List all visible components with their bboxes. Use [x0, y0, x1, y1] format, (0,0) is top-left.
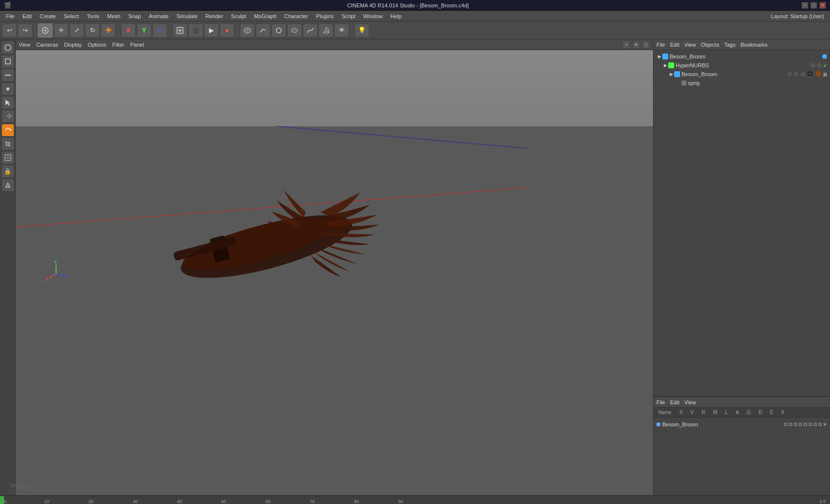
tree-row-besom-broom-top[interactable]: ▶ Besom_Broom [655, 52, 828, 61]
mm-icon-3: ⊡ [794, 422, 798, 427]
tree-arrow: ▶ [662, 63, 668, 68]
om-menu-objects[interactable]: Objects [701, 42, 719, 48]
mm-menu-view[interactable]: View [684, 399, 696, 405]
camera-button[interactable]: 🎥 [188, 24, 203, 37]
model-mode-button[interactable] [38, 24, 53, 37]
tree-row-hypernurbs[interactable]: ▶ HyperNURBS ✓ [655, 61, 828, 70]
mm-menu-edit[interactable]: Edit [670, 399, 680, 405]
move-tool[interactable]: ⊹ [1, 110, 14, 123]
vp-menu-display[interactable]: Display [64, 42, 82, 48]
menu-file[interactable]: File [2, 12, 19, 20]
select-tool[interactable] [1, 96, 14, 109]
material-row-besom[interactable]: Besom_Broom ⊡ ⊡ ⊡ ⊡ ⊡ ⊡ ⊡ ⊡ ✕ [655, 420, 828, 429]
menu-tools[interactable]: Tools [83, 12, 103, 20]
menu-mesh[interactable]: Mesh [103, 12, 124, 20]
tree-dot-color [822, 54, 827, 59]
tree-icon-besom-child [674, 71, 680, 77]
plane-button[interactable] [319, 24, 333, 37]
dot2 [817, 63, 822, 68]
om-menu-file[interactable]: File [656, 42, 665, 48]
lens-button[interactable]: 👁 [334, 24, 349, 37]
menu-window[interactable]: Window [359, 12, 386, 20]
menu-sculpt[interactable]: Sculpt [227, 12, 250, 20]
menu-character[interactable]: Character [280, 12, 312, 20]
z-axis-button[interactable]: Z [152, 24, 167, 37]
menu-animate[interactable]: Animate [145, 12, 173, 20]
menu-select[interactable]: Select [60, 12, 83, 20]
ruler-mark-90: 90 [398, 496, 403, 504]
rotate-tool-button[interactable]: ↻ [85, 24, 100, 37]
vp-plus-button[interactable]: + [622, 41, 630, 49]
menu-snap[interactable]: Snap [124, 12, 145, 20]
tree-label-sprig: sprig [688, 80, 827, 86]
svg-rect-15 [5, 59, 10, 64]
col-e: E [768, 410, 775, 415]
viewport-canvas[interactable]: Perspective [16, 50, 653, 495]
nurbs-button[interactable] [287, 24, 302, 37]
menu-simulate[interactable]: Simulate [173, 12, 202, 20]
viewport-area: View Cameras Display Options Filter Pane… [16, 39, 653, 495]
polygon-mode-button[interactable] [1, 55, 14, 68]
scale-tool[interactable] [1, 138, 14, 150]
om-menu-edit[interactable]: Edit [670, 42, 680, 48]
om-menu-view[interactable]: View [684, 42, 696, 48]
rotate-tool[interactable] [1, 124, 14, 137]
svg-text:Z: Z [64, 274, 67, 279]
y-axis-button[interactable]: Y [137, 24, 151, 37]
texture-button[interactable] [1, 151, 14, 164]
left-toolbar: ⊹ 🔒 [0, 39, 16, 495]
vp-maximize-button[interactable]: □ [642, 41, 650, 49]
record-button[interactable]: ● [220, 24, 235, 37]
scale-tool-button[interactable]: ⤢ [69, 24, 84, 37]
material-tag-icon [815, 70, 822, 78]
new-object-button[interactable] [173, 24, 187, 37]
timeline-ruler[interactable]: 0 10 20 30 40 50 60 70 80 90 0 F [0, 496, 830, 504]
ruler-mark-30: 30 [133, 496, 138, 504]
menu-plugins[interactable]: Plugins [312, 12, 338, 20]
ruler-mark-70: 70 [310, 496, 315, 504]
menu-mograph[interactable]: MoGraph [250, 12, 280, 20]
magnet-button[interactable]: 🔒 [1, 165, 14, 178]
maximize-button[interactable]: □ [810, 2, 817, 9]
tree-row-sprig[interactable]: ▷ sprig [655, 79, 828, 87]
svg-rect-28 [16, 126, 653, 495]
menu-help[interactable]: Help [386, 12, 406, 20]
vp-menu-panel[interactable]: Panel [130, 42, 144, 48]
mm-menu-file[interactable]: File [656, 399, 665, 405]
vp-menu-cameras[interactable]: Cameras [36, 42, 59, 48]
tree-row-besom-broom-child[interactable]: ▶ Besom_Broom ⊡ [655, 70, 828, 79]
vp-menu-filter[interactable]: Filter [112, 42, 124, 48]
mm-cols: Name S V R M L A G D E X [653, 408, 830, 418]
om-menu-tags[interactable]: Tags [724, 42, 736, 48]
object-mode-button[interactable] [1, 41, 14, 54]
live-selection-button[interactable]: ✚ [101, 24, 116, 37]
menu-edit[interactable]: Edit [19, 12, 36, 20]
move-tool-button[interactable]: ✛ [54, 24, 68, 37]
material-manager: File Edit View Name S V R M L A G D E X [653, 397, 830, 495]
spline-button[interactable] [303, 24, 318, 37]
menu-render[interactable]: Render [202, 12, 227, 20]
cube-button[interactable] [240, 24, 255, 37]
mm-dot [656, 422, 660, 426]
vp-move-button[interactable]: ✛ [632, 41, 640, 49]
edge-mode-button[interactable] [1, 69, 14, 82]
sphere-button[interactable] [271, 24, 286, 37]
tree-dots [822, 54, 827, 59]
om-menu-bookmarks[interactable]: Bookmarks [741, 42, 768, 48]
vp-menu-options[interactable]: Options [88, 42, 106, 48]
paint-button[interactable] [1, 179, 14, 192]
menu-script[interactable]: Script [338, 12, 359, 20]
bend-button[interactable] [256, 24, 270, 37]
ruler-mark-60: 60 [266, 496, 270, 504]
vp-menu-view[interactable]: View [19, 42, 30, 48]
menu-create[interactable]: Create [36, 12, 60, 20]
viewport-grid: X Y Z [16, 50, 653, 495]
undo-button[interactable]: ↩ [2, 24, 17, 37]
minimize-button[interactable]: ─ [801, 2, 808, 9]
play-button[interactable]: ▶ [204, 24, 219, 37]
redo-button[interactable]: ↪ [18, 24, 32, 37]
light-button[interactable]: 💡 [355, 24, 369, 37]
point-mode-button[interactable] [1, 83, 14, 95]
x-axis-button[interactable]: X [121, 24, 136, 37]
close-button[interactable]: ✕ [819, 2, 826, 9]
